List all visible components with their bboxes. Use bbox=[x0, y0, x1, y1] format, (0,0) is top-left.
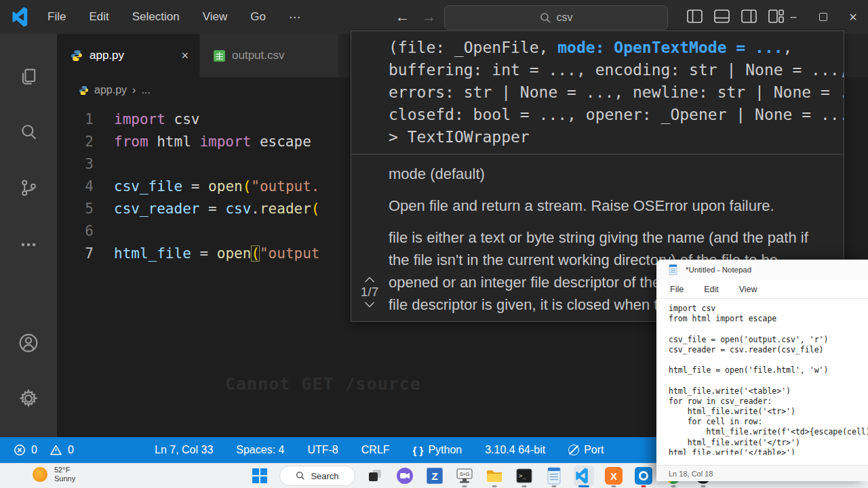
signature-line: errors: str | None = ..., newline: str |… bbox=[389, 81, 833, 104]
sun-icon bbox=[33, 467, 47, 482]
tab-output-csv[interactable]: output.csv bbox=[199, 34, 338, 77]
notepad-cursor-position: Ln 18, Col 18 bbox=[669, 470, 713, 478]
running-indicator bbox=[492, 485, 497, 487]
close-button[interactable]: ✕ bbox=[838, 0, 868, 34]
toggle-sidebar-icon[interactable] bbox=[686, 9, 703, 24]
python-file-icon bbox=[79, 85, 89, 96]
statusbar-items: Ln 7, Col 33Spaces: 4UTF-8CRLF{ }Python3… bbox=[155, 444, 604, 456]
menu-file[interactable]: File bbox=[47, 10, 66, 24]
toggle-panel-icon[interactable] bbox=[713, 9, 730, 24]
chat-taskbar-icon[interactable] bbox=[395, 466, 415, 486]
settings-gear-icon[interactable] bbox=[0, 388, 57, 409]
line-number: 1 bbox=[57, 108, 114, 131]
line-number: 6 bbox=[57, 220, 114, 243]
weather-widget[interactable]: 52°F Sunny bbox=[33, 466, 75, 483]
minimize-button[interactable]: – bbox=[778, 0, 808, 34]
running-indicator bbox=[522, 485, 527, 487]
code-text: csv_file = open("output. bbox=[114, 176, 319, 198]
terminal-taskbar-icon[interactable]: >_ bbox=[514, 466, 534, 486]
menu-more[interactable]: ⋯ bbox=[289, 10, 300, 24]
menu-edit[interactable]: Edit bbox=[89, 10, 108, 24]
notepad-taskbar-icon[interactable] bbox=[544, 466, 564, 486]
signature-line: (file: _OpenFile, mode: OpenTextMode = .… bbox=[389, 37, 833, 59]
screen-recorder-taskbar-icon[interactable] bbox=[633, 466, 654, 486]
notepad-menu-view[interactable]: View bbox=[739, 285, 757, 294]
breadcrumb-separator-icon: › bbox=[132, 84, 136, 96]
notepad-icon bbox=[669, 264, 677, 275]
taskbar-search-label: Search bbox=[311, 471, 338, 481]
notepad-titlebar[interactable]: *Untitled - Notepad bbox=[656, 260, 868, 280]
no-port-icon bbox=[568, 445, 579, 455]
code-text: html_file = open("output bbox=[114, 243, 319, 265]
tab-close-icon[interactable]: × bbox=[181, 49, 189, 63]
cannot-get-ghost-text: Cannot GET /source bbox=[225, 374, 421, 394]
taskbar-items: SearchZS>G>_X bbox=[250, 466, 713, 486]
notepad-statusbar: Ln 18, Col 18 bbox=[656, 465, 868, 481]
warnings-count: 0 bbox=[68, 444, 74, 456]
signature-line: > TextIOWrapper bbox=[389, 126, 833, 148]
screen-capture-taskbar-icon[interactable]: S>G bbox=[454, 466, 475, 486]
status-port[interactable]: Port bbox=[568, 444, 604, 456]
notepad-window: *Untitled - Notepad FileEditView import … bbox=[656, 260, 868, 481]
svg-text:S>G: S>G bbox=[460, 472, 469, 476]
titlebar: FileEditSelectionViewGo⋯ ← → csv – ✕ bbox=[0, 0, 868, 34]
taskbar-search[interactable]: Search bbox=[279, 466, 355, 486]
running-indicator bbox=[552, 485, 557, 487]
titlebar-menus: FileEditSelectionViewGo⋯ bbox=[47, 10, 300, 24]
menu-view[interactable]: View bbox=[203, 10, 228, 24]
notepad-menu-edit[interactable]: Edit bbox=[704, 285, 719, 294]
notepad-content[interactable]: import csv from html import escape csv_f… bbox=[656, 299, 868, 455]
vscode-logo-icon bbox=[12, 7, 33, 27]
nav-arrows: ← → bbox=[395, 0, 436, 34]
tab-app-py[interactable]: app.py × bbox=[57, 34, 199, 77]
line-number: 4 bbox=[57, 176, 114, 198]
zoomit-taskbar-icon[interactable]: Z bbox=[425, 466, 445, 486]
problems-status[interactable]: 0 0 bbox=[0, 444, 81, 456]
forward-arrow-icon[interactable]: → bbox=[422, 9, 436, 25]
line-number: 2 bbox=[57, 131, 114, 153]
back-arrow-icon[interactable]: ← bbox=[395, 9, 410, 25]
signature-line: buffering: int = ..., encoding: str | No… bbox=[389, 59, 833, 81]
breadcrumb-more[interactable]: ... bbox=[141, 84, 150, 96]
window-controls: – ✕ bbox=[778, 0, 868, 34]
tab-label: output.csv bbox=[232, 49, 285, 62]
running-indicator bbox=[701, 485, 706, 487]
status-utf-8[interactable]: UTF-8 bbox=[307, 444, 338, 456]
running-indicator bbox=[612, 485, 616, 487]
python-file-icon bbox=[71, 49, 83, 62]
status-crlf[interactable]: CRLF bbox=[361, 444, 390, 456]
vscode-taskbar-icon[interactable] bbox=[574, 466, 594, 486]
command-search-box[interactable]: csv bbox=[444, 5, 668, 30]
notepad-text: import csv from html import escape csv_f… bbox=[669, 304, 868, 455]
svg-text:X: X bbox=[610, 470, 617, 482]
errors-icon bbox=[14, 444, 26, 456]
task-view-taskbar-icon[interactable] bbox=[365, 466, 385, 486]
account-icon[interactable] bbox=[0, 332, 57, 354]
start-taskbar-icon[interactable] bbox=[250, 466, 270, 486]
svg-text:Z: Z bbox=[431, 470, 437, 482]
search-view-icon[interactable] bbox=[0, 122, 57, 142]
status-spaces-4[interactable]: Spaces: 4 bbox=[236, 444, 284, 456]
explorer-icon[interactable] bbox=[0, 66, 57, 87]
xampp-taskbar-icon[interactable]: X bbox=[604, 466, 624, 486]
notepad-menu-file[interactable]: File bbox=[670, 285, 684, 294]
source-control-icon[interactable] bbox=[0, 178, 57, 198]
maximize-button[interactable] bbox=[808, 0, 838, 34]
errors-count: 0 bbox=[31, 444, 37, 456]
menu-go[interactable]: Go bbox=[250, 10, 266, 24]
running-indicator bbox=[671, 485, 676, 487]
file-explorer-taskbar-icon[interactable] bbox=[484, 466, 505, 486]
line-number: 7 bbox=[57, 243, 114, 265]
menu-selection[interactable]: Selection bbox=[132, 10, 180, 24]
chevron-up-icon[interactable] bbox=[364, 277, 375, 283]
chevron-down-icon[interactable] bbox=[364, 302, 375, 308]
hover-signature: (file: _OpenFile, mode: OpenTextMode = .… bbox=[351, 31, 844, 154]
line-number: 3 bbox=[57, 153, 114, 176]
more-views-icon[interactable] bbox=[0, 235, 57, 255]
status-python[interactable]: { }Python bbox=[413, 444, 462, 456]
code-text: import csv bbox=[114, 108, 199, 131]
layout-controls bbox=[686, 9, 785, 24]
toggle-secondary-sidebar-icon[interactable] bbox=[741, 9, 757, 24]
status-3-10-4-64-bit[interactable]: 3.10.4 64-bit bbox=[485, 444, 545, 456]
status-ln-7-col-33[interactable]: Ln 7, Col 33 bbox=[155, 444, 213, 456]
